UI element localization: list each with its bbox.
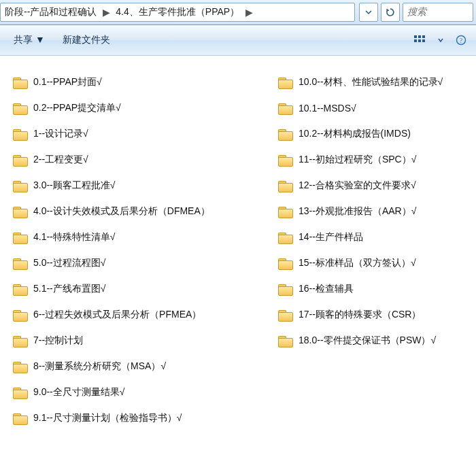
svg-rect-3 (414, 39, 417, 42)
folder-name: 8--测量系统分析研究（MSA）√ (33, 360, 166, 373)
svg-rect-0 (414, 35, 417, 38)
folder-icon (13, 360, 28, 373)
folder-item[interactable]: 9.0--全尺寸测量结果√ (10, 379, 275, 405)
folder-item[interactable]: 14--生产件样品 (275, 224, 469, 250)
folder-name: 14--生产件样品 (299, 231, 363, 243)
change-view-button[interactable] (411, 32, 430, 48)
folder-item[interactable]: 0.1--PPAP封面√ (10, 69, 275, 95)
help-button[interactable]: ? (452, 32, 471, 48)
folder-item[interactable]: 11--初始过程研究（SPC）√ (275, 147, 469, 173)
svg-rect-2 (422, 35, 425, 38)
breadcrumb[interactable]: 阶段--产品和过程确认 ▶ 4.4、生产零件批准（PPAP） ▶ (0, 3, 355, 22)
chevron-right-icon[interactable]: ▶ (101, 7, 112, 18)
folder-name: 3.0--顾客工程批准√ (33, 180, 115, 192)
folder-icon (278, 231, 293, 243)
folder-name: 18.0--零件提交保证书（PSW）√ (299, 335, 436, 347)
dropdown-history-button[interactable] (359, 3, 378, 22)
folder-icon (278, 257, 293, 269)
toolbar: 共享 ▼ 新建文件夹 ? (0, 25, 476, 56)
folder-item[interactable]: 17--顾客的特殊要求（CSR） (275, 302, 469, 328)
folder-item[interactable]: 13--外观批准报告（AAR）√ (275, 199, 469, 224)
folder-item[interactable]: 12--合格实验室的文件要求√ (275, 173, 469, 199)
svg-rect-4 (418, 39, 421, 42)
folder-icon (278, 102, 293, 114)
folder-name: 1--设计记录√ (33, 128, 88, 140)
folder-name: 7--控制计划 (33, 335, 83, 347)
folder-name: 5.1--产线布置图√ (33, 283, 105, 295)
folder-icon (278, 335, 293, 347)
folder-name: 15--标准样品（双方签认）√ (299, 257, 416, 269)
svg-rect-5 (422, 39, 425, 42)
folder-icon (278, 76, 293, 88)
refresh-button[interactable] (381, 3, 400, 22)
folder-icon (278, 205, 293, 218)
svg-text:?: ? (460, 37, 463, 44)
folder-item[interactable]: 10.1--MSDS√ (275, 95, 469, 121)
folder-name: 10.2--材料构成报告(IMDS) (299, 128, 411, 140)
folder-name: 10.1--MSDS√ (299, 103, 356, 114)
folder-name: 17--顾客的特殊要求（CSR） (299, 309, 421, 321)
folder-item[interactable]: 10.2--材料构成报告(IMDS) (275, 121, 469, 147)
file-list: 0.1--PPAP封面√0.2--PPAP提交清单√1--设计记录√2--工程变… (0, 54, 476, 476)
share-label: 共享 ▼ (14, 34, 45, 46)
folder-item[interactable]: 1--设计记录√ (10, 121, 275, 147)
folder-icon (278, 154, 293, 166)
folder-name: 0.1--PPAP封面√ (33, 76, 102, 88)
folder-item[interactable]: 2--工程变更√ (10, 147, 275, 173)
folder-item[interactable]: 5.0--过程流程图√ (10, 250, 275, 276)
folder-name: 9.1--尺寸测量计划（检验指导书）√ (33, 412, 182, 424)
folder-icon (13, 412, 28, 424)
folder-icon (13, 102, 28, 114)
folder-item[interactable]: 15--标准样品（双方签认）√ (275, 250, 469, 276)
folder-icon (278, 128, 293, 140)
folder-icon (13, 309, 28, 321)
folder-item[interactable]: 8--测量系统分析研究（MSA）√ (10, 354, 275, 379)
folder-name: 13--外观批准报告（AAR）√ (299, 205, 416, 218)
address-bar: 阶段--产品和过程确认 ▶ 4.4、生产零件批准（PPAP） ▶ 搜索 (0, 0, 476, 25)
folder-name: 6--过程失效模式及后果分析（PFMEA） (33, 309, 201, 321)
folder-name: 11--初始过程研究（SPC）√ (299, 154, 416, 166)
folder-item[interactable]: 10.0--材料、性能试验结果的记录√ (275, 69, 469, 95)
search-placeholder: 搜索 (407, 6, 426, 18)
folder-name: 4.1--特殊特性清单√ (33, 231, 115, 243)
new-folder-label: 新建文件夹 (63, 34, 110, 46)
folder-item[interactable]: 5.1--产线布置图√ (10, 276, 275, 302)
folder-icon (278, 180, 293, 192)
folder-icon (13, 335, 28, 347)
folder-icon (13, 128, 28, 140)
svg-rect-1 (418, 35, 421, 38)
view-dropdown-button[interactable] (431, 32, 450, 48)
folder-name: 5.0--过程流程图√ (33, 257, 105, 269)
new-folder-button[interactable]: 新建文件夹 (54, 30, 118, 50)
folder-icon (13, 257, 28, 269)
folder-name: 4.0--设计失效模式及后果分析（DFMEA） (33, 205, 210, 218)
share-button[interactable]: 共享 ▼ (5, 30, 53, 50)
folder-icon (13, 386, 28, 398)
folder-icon (278, 309, 293, 321)
breadcrumb-seg-2[interactable]: 4.4、生产零件批准（PPAP） (112, 3, 243, 21)
folder-item[interactable]: 9.1--尺寸测量计划（检验指导书）√ (10, 405, 275, 431)
folder-icon (13, 180, 28, 192)
chevron-right-icon[interactable]: ▶ (243, 7, 254, 18)
folder-item[interactable]: 3.0--顾客工程批准√ (10, 173, 275, 199)
folder-item[interactable]: 18.0--零件提交保证书（PSW）√ (275, 328, 469, 354)
folder-item[interactable]: 7--控制计划 (10, 328, 275, 354)
folder-name: 10.0--材料、性能试验结果的记录√ (299, 76, 443, 88)
folder-item[interactable]: 0.2--PPAP提交清单√ (10, 95, 275, 121)
folder-name: 12--合格实验室的文件要求√ (299, 180, 416, 192)
folder-item[interactable]: 16--检查辅具 (275, 276, 469, 302)
folder-icon (13, 205, 28, 218)
breadcrumb-seg-1[interactable]: 阶段--产品和过程确认 (1, 3, 101, 21)
search-input[interactable]: 搜索 (403, 3, 473, 22)
folder-icon (278, 283, 293, 295)
folder-icon (13, 76, 28, 88)
folder-item[interactable]: 6--过程失效模式及后果分析（PFMEA） (10, 302, 275, 328)
folder-item[interactable]: 4.1--特殊特性清单√ (10, 224, 275, 250)
folder-icon (13, 283, 28, 295)
folder-name: 2--工程变更√ (33, 154, 88, 166)
folder-name: 16--检查辅具 (299, 283, 354, 295)
folder-name: 0.2--PPAP提交清单√ (33, 102, 121, 114)
folder-icon (13, 154, 28, 166)
folder-item[interactable]: 4.0--设计失效模式及后果分析（DFMEA） (10, 199, 275, 224)
folder-icon (13, 231, 28, 243)
